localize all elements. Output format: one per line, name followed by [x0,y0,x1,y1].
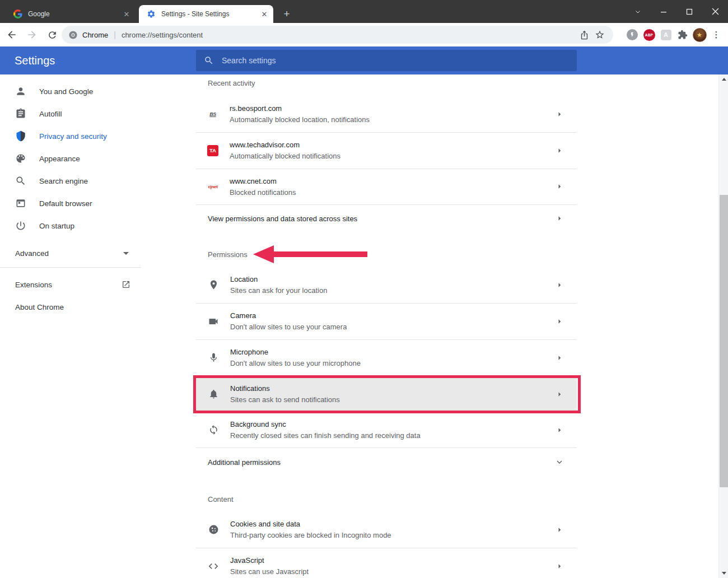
search-icon [15,175,26,187]
sync-icon [207,424,220,436]
chevron-right-icon [554,389,564,399]
content-row-cookies[interactable]: Cookies and site data Third-party cookie… [196,511,577,548]
page-scrollbar[interactable] [718,74,728,578]
power-icon [15,220,26,231]
maximize-button[interactable] [676,0,702,23]
browser-menu-icon[interactable]: ⋮ [708,26,725,43]
permissions-heading: Permissions [208,249,488,260]
additional-permissions-row[interactable]: Additional permissions [196,448,577,477]
chevron-right-icon [554,316,564,327]
new-tab-button[interactable]: + [280,7,293,21]
site-row-cnet[interactable]: c|net www.cnet.com Blocked notifications [196,169,577,204]
bookmark-star-icon[interactable] [592,27,608,43]
tab-settings[interactable]: Settings - Site Settings ✕ [139,5,273,23]
settings-gear-icon [147,10,156,18]
permission-row-microphone[interactable]: Microphone Don't allow sites to use your… [196,339,577,376]
browser-window-icon [15,198,26,209]
sidebar-item-extensions[interactable]: Extensions [0,273,140,296]
chevron-down-icon [554,457,564,467]
sidebar-item-advanced[interactable]: Advanced [0,241,140,265]
page-title: Settings [15,54,55,67]
search-icon [204,55,214,66]
search-settings-input[interactable] [222,50,569,71]
permission-row-notifications[interactable]: Notifications Sites can ask to send noti… [196,376,577,412]
content-heading: Content [208,493,488,505]
extension-area: ABP A ★ ⋮ [624,26,725,44]
window-controls [625,0,728,23]
sidebar-divider [0,267,141,268]
minimize-button[interactable] [651,0,676,23]
sidebar-item-default-browser[interactable]: Default browser [0,192,140,215]
tab-close-icon[interactable]: ✕ [260,10,269,18]
site-name: www.cnet.com [230,177,554,185]
sidebar-item-privacy-security[interactable]: Privacy and security [0,125,140,147]
chevron-right-icon [554,109,564,119]
site-row-beosport[interactable]: BS rs.beosport.com Automatically blocked… [196,96,577,132]
content-row-javascript[interactable]: JavaScript Sites can use Javascript [196,548,577,578]
site-chip-label: Chrome [82,31,108,39]
settings-header: Settings [0,46,728,74]
back-button[interactable] [3,26,20,43]
chevron-right-icon [554,353,564,363]
sidebar-item-autofill[interactable]: Autofill [0,102,140,125]
pdf-extension-icon[interactable]: A [657,26,674,43]
site-desc: Automatically blocked notifications [230,152,554,160]
palette-icon [15,153,26,164]
site-chip: Chrome [68,30,108,40]
chevron-right-icon [554,561,564,571]
chevron-right-icon [554,181,564,192]
permission-row-camera[interactable]: Camera Don't allow sites to use your cam… [196,303,577,339]
chrome-icon [68,30,78,40]
titlebar: Google ✕ Settings - Site Settings ✕ + [0,0,728,23]
url-text[interactable]: chrome://settings/content [122,31,576,39]
google-favicon-icon [13,10,22,18]
permission-row-location[interactable]: Location Sites can ask for your location [196,267,577,303]
chevron-down-icon [123,252,129,255]
settings-page: You and Google Autofill Privacy and secu… [0,74,728,578]
chevron-right-icon [554,146,564,156]
site-row-techadvisor[interactable]: TA www.techadvisor.com Automatically blo… [196,132,577,169]
chevron-right-icon [554,213,564,223]
extensions-puzzle-icon[interactable] [674,26,691,43]
scroll-up-icon[interactable] [719,74,728,84]
chevron-right-icon [554,525,564,535]
permission-row-background-sync[interactable]: Background sync Recently closed sites ca… [196,412,577,448]
cookie-icon [207,524,220,536]
site-desc: Blocked notifications [230,188,554,197]
camera-icon [207,315,220,328]
browser-window: Google ✕ Settings - Site Settings ✕ + [0,0,728,578]
extension-lightning-icon[interactable] [624,26,641,43]
reload-button[interactable] [44,26,60,43]
address-bar[interactable]: Chrome | chrome://settings/content [62,26,613,44]
share-icon[interactable] [576,27,592,43]
site-name: rs.beosport.com [230,104,554,113]
tab-close-icon[interactable]: ✕ [122,10,131,18]
chevron-right-icon [554,425,564,435]
tab-google[interactable]: Google ✕ [6,5,136,23]
sidebar-item-about-chrome[interactable]: About Chrome [0,296,140,318]
settings-search[interactable] [196,50,577,71]
forward-button[interactable] [24,26,40,43]
chip-separator: | [114,30,116,39]
sidebar-item-search-engine[interactable]: Search engine [0,170,140,192]
scrollbar-thumb[interactable] [720,195,728,487]
browser-toolbar: Chrome | chrome://settings/content ABP [0,23,728,46]
shield-icon [15,130,26,142]
location-pin-icon [207,279,220,291]
tab-search-icon[interactable] [625,0,651,23]
tab-title: Settings - Site Settings [161,10,260,18]
code-icon [207,560,220,572]
open-in-new-icon [122,280,130,289]
sidebar-item-appearance[interactable]: Appearance [0,147,140,170]
sidebar-item-you-and-google[interactable]: You and Google [0,80,140,102]
sidebar-item-on-startup[interactable]: On startup [0,215,140,237]
adblock-plus-icon[interactable]: ABP [641,26,657,43]
microphone-icon [207,352,220,364]
bell-icon [207,388,220,400]
site-name: www.techadvisor.com [230,141,554,149]
close-window-button[interactable] [702,0,728,23]
scroll-down-icon[interactable] [719,568,728,578]
profile-avatar[interactable]: ★ [691,26,708,43]
view-permissions-row[interactable]: View permissions and data stored across … [196,204,577,232]
tab-title: Google [28,10,122,18]
